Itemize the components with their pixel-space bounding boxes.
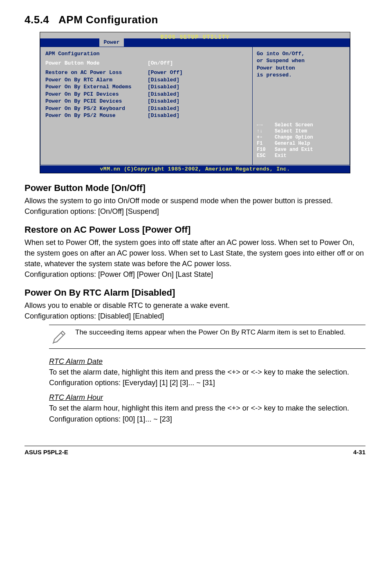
subsection-heading: Restore on AC Power Loss [Power Off] [25, 223, 365, 236]
bios-row-label: Restore on AC Power Loss [45, 69, 148, 76]
section-number: 4.5.4 [25, 13, 49, 26]
section-title: APM Configuration [58, 13, 158, 26]
bios-key-label: General Help [275, 141, 346, 147]
bios-key: +- [257, 135, 275, 141]
bios-row: Power On By PS/2 Mouse [Disabled] [45, 112, 247, 119]
bios-keys: ←→Select Screen ↑↓Select Item +-Change O… [257, 122, 346, 159]
bios-row-label: Power On By RTC Alarm [45, 76, 148, 84]
bios-row-label: Power On By External Modems [45, 83, 148, 91]
bios-row: Power On By External Modems [Disabled] [45, 83, 247, 91]
bios-right-pane: Go into On/Off, or Suspend when Power bu… [253, 47, 350, 165]
bios-row-value: [Power Off] [148, 69, 247, 76]
bios-row: Power On By RTC Alarm [Disabled] [45, 76, 247, 84]
sub-title: RTC Alarm Date [49, 356, 365, 367]
bios-row: Restore on AC Power Loss [Power Off] [45, 69, 247, 76]
footer-product: ASUS P5PL2-E [25, 448, 68, 457]
sub-block: RTC Alarm Date To set the alarm date, hi… [49, 356, 365, 424]
bios-row: Power On By PS/2 Keyboard [Disabled] [45, 105, 247, 112]
paragraph: To set the alarm date, highlight this it… [49, 367, 365, 388]
bios-row-value: [Disabled] [148, 91, 247, 98]
note-text: The succeeding items appear when the Pow… [75, 328, 365, 338]
bios-help-text: Go into On/Off, or Suspend when Power bu… [257, 50, 345, 79]
bios-row-value: [Disabled] [148, 105, 247, 112]
bios-row: Power On By PCIE Devices [Disabled] [45, 98, 247, 105]
bios-key-label: Exit [275, 153, 346, 159]
bios-row-label: Power On By PS/2 Keyboard [45, 105, 148, 112]
bios-key: ↑↓ [257, 128, 275, 135]
bios-mode-label: Power Button Mode [45, 60, 148, 67]
bios-left-title: APM Configuration [45, 50, 247, 58]
bios-key: F10 [257, 147, 275, 153]
bios-utility-title: BIOS SETUP UTILITY [40, 33, 350, 41]
bios-key: ESC [257, 153, 275, 159]
svg-line-0 [61, 333, 63, 335]
bios-row-value: [Disabled] [148, 98, 247, 105]
note-box: The succeeding items appear when the Pow… [49, 325, 365, 349]
bios-row-value: [Disabled] [148, 112, 247, 119]
bios-row-label: Power On By PCIE Devices [45, 98, 148, 105]
bios-row-value: [Disabled] [148, 83, 247, 91]
pencil-icon [49, 328, 69, 346]
paragraph: To set the alarm hour, highlight this it… [49, 403, 365, 424]
subsection-heading: Power Button Mode [On/Off] [25, 182, 365, 195]
bios-key: F1 [257, 141, 275, 147]
bios-key-label: Select Screen [275, 122, 346, 128]
footer-divider [25, 446, 365, 447]
bios-left-pane: APM Configuration Power Button Mode [On/… [40, 47, 253, 165]
paragraph: When set to Power Off, the system goes i… [25, 237, 365, 280]
bios-mode-value: [On/Off] [148, 60, 247, 67]
subsection-heading: Power On By RTC Alarm [Disabled] [25, 286, 365, 299]
bios-row-label: Power On By PS/2 Mouse [45, 112, 148, 119]
bios-row-value: [Disabled] [148, 76, 247, 84]
footer-page-number: 4-31 [353, 448, 365, 457]
bios-key-label: Change Option [275, 135, 346, 141]
paragraph: Allows you to enable or disable RTC to g… [25, 300, 365, 321]
page-footer: ASUS P5PL2-E 4-31 [25, 448, 365, 457]
bios-row: Power On By PCI Devices [Disabled] [45, 91, 247, 98]
bios-key: ←→ [257, 122, 275, 128]
bios-footer: vMM.nn (C)Copyright 1985-2002, American … [40, 166, 350, 173]
bios-key-label: Save and Exit [275, 147, 346, 153]
sub-title: RTC Alarm Hour [49, 392, 365, 403]
bios-row-mode: Power Button Mode [On/Off] [45, 60, 247, 67]
bios-key-label: Select Item [275, 128, 346, 135]
bios-row-label: Power On By PCI Devices [45, 91, 148, 98]
bios-screenshot: BIOS SETUP UTILITY Power APM Configurati… [40, 32, 350, 173]
section-heading: 4.5.4 APM Configuration [25, 12, 365, 28]
paragraph: Allows the system to go into On/Off mode… [25, 195, 365, 217]
